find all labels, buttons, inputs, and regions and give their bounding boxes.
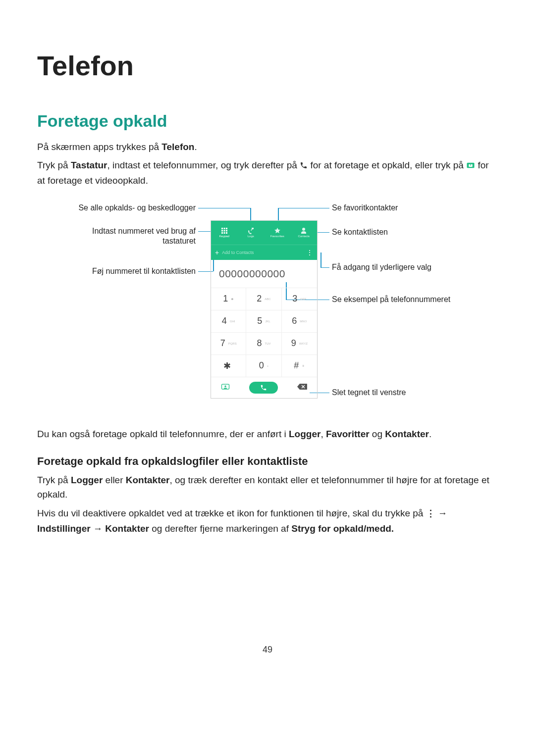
key-0[interactable]: 0+ <box>246 355 281 377</box>
video-call-icon <box>466 159 475 173</box>
backspace-button[interactable] <box>297 383 308 392</box>
star-icon <box>274 227 281 234</box>
more-icon[interactable]: ⋮ <box>306 249 313 256</box>
annotation-keypad: Indtast nummeret ved brug aftastaturet <box>37 226 196 247</box>
key-star[interactable]: ✱ <box>211 355 246 377</box>
call-button[interactable] <box>249 382 278 394</box>
annotation-contacts: Se kontaktlisten <box>332 227 388 238</box>
paragraph-4: Tryk på Logger eller Kontakter, og træk … <box>37 473 498 502</box>
key-6[interactable]: 6MNO <box>282 310 317 333</box>
svg-rect-7 <box>223 230 225 232</box>
section-heading: Foretage opkald <box>37 111 498 131</box>
key-1[interactable]: 1⏺ <box>211 288 246 310</box>
annotation-delete: Slet tegnet til venstre <box>332 388 406 398</box>
svg-rect-9 <box>221 232 223 234</box>
tab-logs[interactable]: Logs <box>238 221 265 245</box>
svg-point-13 <box>224 385 226 387</box>
keypad-icon <box>221 227 228 234</box>
plus-icon: + <box>215 249 219 256</box>
dial-grid: 1⏺ 2ABC 3DEF 4GHI 5JKL 6MNO 7PQRS 8TUV 9… <box>211 288 317 377</box>
key-9[interactable]: 9WXYZ <box>282 333 317 355</box>
svg-rect-3 <box>221 228 223 229</box>
key-3[interactable]: 3DEF <box>282 288 317 310</box>
more-vertical-icon: ⋮ <box>426 506 435 521</box>
subsection-heading: Foretage opkald fra opkaldslogfiler elle… <box>37 455 498 468</box>
annotation-add: Føj nummeret til kontaktlisten <box>37 266 196 277</box>
number-display: 00000000000 <box>211 260 317 288</box>
key-7[interactable]: 7PQRS <box>211 333 246 355</box>
paragraph-5: Hvis du vil deaktivere opkaldet ved at t… <box>37 506 498 536</box>
svg-rect-5 <box>226 228 227 229</box>
key-2[interactable]: 2ABC <box>246 288 281 310</box>
page-title: Telefon <box>37 50 498 82</box>
add-to-contacts-row[interactable]: + Add to Contacts ⋮ <box>211 245 317 260</box>
svg-rect-6 <box>221 230 223 232</box>
tab-favourites[interactable]: Favourites <box>264 221 291 245</box>
phone-icon <box>300 159 308 173</box>
paragraph-3: Du kan også foretage opkald til telefonn… <box>37 427 498 441</box>
key-5[interactable]: 5JKL <box>246 310 281 333</box>
tab-contacts[interactable]: Contacts <box>291 221 318 245</box>
svg-rect-4 <box>223 228 225 229</box>
svg-point-2 <box>470 164 471 165</box>
svg-rect-10 <box>223 232 225 234</box>
phone-screenshot: Keypad Logs Favourites Contacts <box>211 220 318 399</box>
video-call-button[interactable] <box>220 382 230 393</box>
logs-icon <box>247 227 254 234</box>
svg-rect-8 <box>226 230 227 232</box>
key-8[interactable]: 8TUV <box>246 333 281 355</box>
phone-diagram: Se alle opkalds- og beskedlogger Indtast… <box>37 203 498 416</box>
page-number: 49 <box>37 645 498 655</box>
contact-icon <box>300 227 307 234</box>
annotation-logs: Se alle opkalds- og beskedlogger <box>37 203 196 213</box>
annotation-more: Få adgang til yderligere valg <box>332 262 431 273</box>
svg-rect-11 <box>226 232 227 234</box>
annotation-example: Se eksempel på telefonnummeret <box>332 295 450 305</box>
paragraph-2: Tryk på Tastatur, indtast et telefonnumm… <box>37 158 498 188</box>
key-4[interactable]: 4GHI <box>211 310 246 333</box>
annotation-fav: Se favoritkontakter <box>332 203 398 213</box>
tab-keypad[interactable]: Keypad <box>211 221 238 245</box>
paragraph-1: På skærmen apps trykkes på Telefon. <box>37 140 498 154</box>
key-hash[interactable]: #⏸ <box>282 355 317 377</box>
